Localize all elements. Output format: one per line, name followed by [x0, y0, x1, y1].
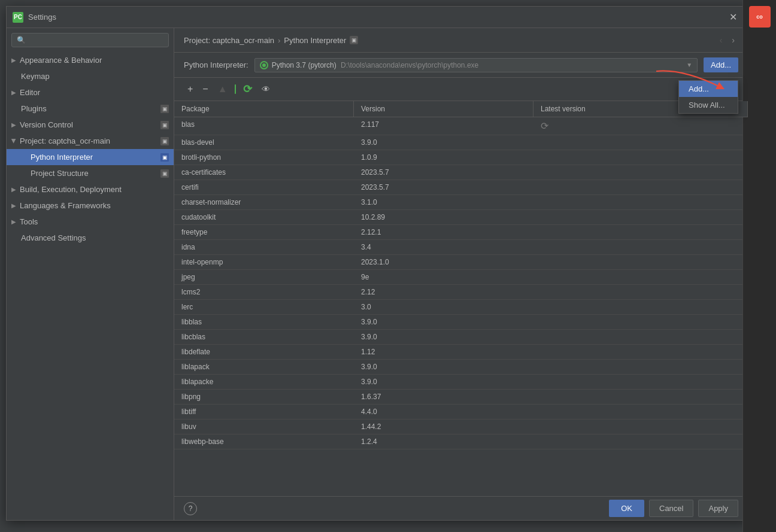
breadcrumb: Project: captcha_ocr-main › Python Inter… — [184, 36, 358, 45]
table-row[interactable]: freetype 2.12.1 — [174, 225, 748, 240]
package-latest — [534, 360, 748, 374]
table-row[interactable]: blas 2.117 ⟳ — [174, 117, 748, 135]
table-row[interactable]: blas-devel 3.9.0 — [174, 135, 748, 150]
table-row[interactable]: brotli-python 1.0.9 — [174, 150, 748, 165]
sidebar-item-appearance[interactable]: ▶ Appearance & Behavior — [7, 52, 174, 68]
sidebar-item-project[interactable]: ▶ Project: captcha_ocr-main ▣ — [7, 133, 174, 149]
sidebar-item-keymap[interactable]: Keymap — [7, 68, 174, 84]
spinner-icon: ⟳ — [541, 120, 548, 132]
table-row[interactable]: libuv 1.44.2 — [174, 419, 748, 434]
interpreter-status-inner — [262, 63, 266, 67]
package-version: 4.4.0 — [354, 405, 534, 419]
dropdown-show-all-item[interactable]: Show All... — [679, 97, 738, 113]
sidebar-item-project-structure[interactable]: Project Structure ▣ — [7, 165, 174, 181]
package-version: 1.44.2 — [354, 419, 534, 434]
sidebar-item-tools[interactable]: ▶ Tools — [7, 214, 174, 230]
interpreter-path: D:\tools\anaconda\envs\pytorch\python.ex… — [341, 61, 478, 69]
sidebar-item-languages[interactable]: ▶ Languages & Frameworks — [7, 197, 174, 214]
package-name: blas-devel — [174, 135, 354, 150]
package-version: 3.9.0 — [354, 375, 534, 389]
table-row[interactable]: libwebp-base 1.2.4 — [174, 434, 748, 449]
package-latest — [534, 375, 748, 389]
package-name: charset-normalizer — [174, 195, 354, 209]
table-row[interactable]: libpng 1.6.37 — [174, 390, 748, 405]
nav-forward-button[interactable]: › — [728, 34, 738, 46]
package-name: brotli-python — [174, 150, 354, 165]
sidebar-item-advanced[interactable]: Advanced Settings — [7, 230, 174, 246]
table-row[interactable]: charset-normalizer 3.1.0 — [174, 195, 748, 210]
table-row[interactable]: ca-certificates 2023.5.7 — [174, 165, 748, 180]
table-row[interactable]: idna 3.4 — [174, 240, 748, 255]
package-version: 2023.5.7 — [354, 180, 534, 194]
table-row[interactable]: jpeg 9e — [174, 270, 748, 285]
package-name: lerc — [174, 300, 354, 314]
table-row[interactable]: cudatoolkit 10.2.89 — [174, 210, 748, 225]
package-latest — [534, 165, 748, 180]
search-bar[interactable]: 🔍 — [11, 33, 169, 47]
package-version: 3.1.0 — [354, 195, 534, 209]
package-name: lcms2 — [174, 285, 354, 299]
settings-window: PC Settings ✕ 🔍 ▶ Appearance & Behavior … — [6, 6, 748, 521]
ok-button[interactable]: OK — [609, 500, 644, 517]
search-input[interactable] — [29, 36, 163, 44]
sidebar-item-label: Version Control — [20, 120, 73, 129]
csdn-panel: co — [742, 0, 776, 532]
add-package-button[interactable]: + — [184, 83, 196, 96]
sidebar-item-label: Build, Execution, Deployment — [20, 185, 122, 194]
cancel-button[interactable]: Cancel — [649, 500, 693, 517]
info-button[interactable]: 👁 — [258, 83, 274, 95]
table-row[interactable]: liblapacke 3.9.0 — [174, 375, 748, 390]
package-latest — [534, 419, 748, 434]
arrow-down-icon: ▶ — [11, 139, 17, 144]
help-button[interactable]: ? — [184, 502, 197, 515]
table-row[interactable]: intel-openmp 2023.1.0 — [174, 255, 748, 270]
package-latest — [534, 434, 748, 449]
table-row[interactable]: libcblas 3.9.0 — [174, 330, 748, 345]
interpreter-bar: Python Interpreter: Python 3.7 (pytorch)… — [174, 53, 748, 78]
package-version: 2.117 — [354, 117, 534, 135]
apply-button[interactable]: Apply — [698, 500, 738, 517]
package-name: libcblas — [174, 330, 354, 344]
table-row[interactable]: libdeflate 1.12 — [174, 345, 748, 360]
package-name: libpng — [174, 390, 354, 404]
table-row[interactable]: liblapack 3.9.0 — [174, 360, 748, 375]
nav-back-button[interactable]: ‹ — [716, 34, 726, 46]
ps-badge: ▣ — [160, 169, 169, 178]
column-version: Version — [354, 101, 534, 117]
arrow-icon: ▶ — [11, 218, 16, 225]
sidebar-item-plugins[interactable]: Plugins ▣ — [7, 101, 174, 117]
window-title: Settings — [28, 13, 725, 22]
package-latest — [534, 210, 748, 224]
sidebar-item-label: Appearance & Behavior — [20, 56, 102, 65]
table-row[interactable]: certifi 2023.5.7 — [174, 180, 748, 195]
up-package-button[interactable]: ▲ — [214, 83, 231, 96]
package-latest — [534, 180, 748, 194]
table-row[interactable]: libtiff 4.4.0 — [174, 405, 748, 419]
sidebar-item-python-interpreter[interactable]: Python Interpreter ▣ — [7, 149, 174, 165]
table-row[interactable]: lerc 3.0 — [174, 300, 748, 315]
arrow-icon: ▶ — [11, 121, 16, 128]
sidebar-item-version-control[interactable]: ▶ Version Control ▣ — [7, 117, 174, 133]
interpreter-select[interactable]: Python 3.7 (pytorch) D:\tools\anaconda\e… — [254, 58, 698, 72]
close-button[interactable]: ✕ — [725, 9, 742, 25]
table-row[interactable]: libblas 3.9.0 — [174, 315, 748, 330]
package-latest: ⟳ — [534, 117, 748, 135]
column-package: Package — [174, 101, 354, 117]
package-version: 3.9.0 — [354, 330, 534, 344]
package-latest — [534, 270, 748, 284]
breadcrumb-separator: › — [278, 36, 280, 45]
package-latest — [534, 135, 748, 150]
sidebar-item-editor[interactable]: ▶ Editor — [7, 84, 174, 101]
table-row[interactable]: lcms2 2.12 — [174, 285, 748, 300]
sidebar-item-build[interactable]: ▶ Build, Execution, Deployment — [7, 181, 174, 197]
package-name: liblapacke — [174, 375, 354, 389]
remove-package-button[interactable]: − — [199, 83, 211, 96]
package-table[interactable]: Package Version Latest version blas 2.11… — [174, 101, 748, 496]
arrow-icon: ▶ — [11, 89, 16, 96]
add-interpreter-button[interactable]: Add... — [704, 57, 738, 72]
sidebar-item-label: Advanced Settings — [21, 233, 86, 242]
refresh-button[interactable]: ⟳ — [240, 81, 256, 97]
dropdown-add-item[interactable]: Add... — [679, 81, 738, 97]
package-latest — [534, 255, 748, 269]
vc-badge: ▣ — [160, 121, 169, 129]
